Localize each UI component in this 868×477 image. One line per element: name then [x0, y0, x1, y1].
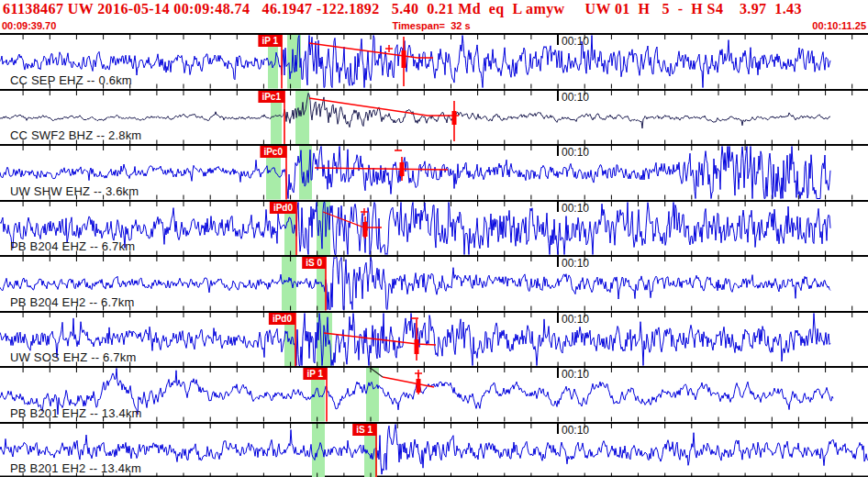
trace-panel-b201-6[interactable]: iP 1 00:10 PB B201 EHZ -- 13.4km — [0, 366, 868, 422]
window-end-time: 00:10:11.25 — [812, 20, 866, 31]
minute-tick-label: 00:10 — [562, 368, 589, 381]
window-start-time: 00:09:39.70 — [2, 20, 56, 31]
trace-panel-b201-7[interactable]: iS 1 00:10 PB B201 EH2 -- 13.4km — [0, 422, 868, 477]
phase-pick-flag[interactable]: iP 1 — [258, 35, 282, 47]
seismic-waveform-viewer: 61138467 UW 2016-05-14 00:09:48.74 46.19… — [0, 0, 868, 477]
trace-stack: iP 1 00:10 CC SEP EHZ -- 0.6km iPc1 00:1… — [0, 33, 868, 477]
minute-tick-label: 00:10 — [562, 202, 589, 215]
time-axis-header: 00:09:39.70 Timespan= 32 s 00:10:11.25 — [0, 20, 868, 33]
phase-pick-flag[interactable]: iPc1 — [258, 91, 284, 103]
phase-pick-flag[interactable]: iPc0 — [260, 146, 286, 158]
station-label: PB B201 EH2 -- 13.4km — [10, 461, 141, 475]
station-label: CC SWF2 BHZ -- 2.8km — [10, 128, 141, 142]
event-summary-line: 61138467 UW 2016-05-14 00:09:48.74 46.19… — [3, 1, 865, 17]
trace-panel-b204-3[interactable]: iPd0 00:10 PB B204 EHZ -- 6.7km — [0, 200, 868, 256]
phase-pick-flag[interactable]: iPd0 — [269, 313, 295, 325]
station-label: UW SHW EHZ -- 3.6km — [10, 184, 139, 198]
phase-pick-flag[interactable]: iPd0 — [270, 202, 296, 214]
station-label: UW SOS EHZ -- 6.7km — [10, 350, 136, 364]
minute-tick-label: 00:10 — [562, 35, 589, 48]
phase-pick-flag[interactable]: iS 1 — [352, 424, 376, 436]
station-label: PB B201 EHZ -- 13.4km — [10, 406, 142, 420]
station-label: PB B204 EH2 -- 6.7km — [10, 295, 135, 309]
phase-pick-flag[interactable]: iS 0 — [302, 257, 326, 269]
station-label: PB B204 EHZ -- 6.7km — [10, 239, 135, 253]
timespan-label: Timespan= 32 s — [392, 20, 470, 31]
minute-tick-label: 00:10 — [562, 313, 589, 326]
trace-panel-swf2-1[interactable]: iPc1 00:10 CC SWF2 BHZ -- 2.8km — [0, 89, 868, 145]
phase-pick-flag[interactable]: iP 1 — [303, 368, 327, 380]
minute-tick-label: 00:10 — [562, 91, 589, 104]
minute-tick-label: 00:10 — [562, 257, 589, 270]
trace-panel-sos-5[interactable]: iPd0 00:10 UW SOS EHZ -- 6.7km — [0, 311, 868, 367]
trace-panel-b204-4[interactable]: iS 0 00:10 PB B204 EH2 -- 6.7km — [0, 255, 868, 311]
trace-panel-sep-0[interactable]: iP 1 00:10 CC SEP EHZ -- 0.6km — [0, 33, 868, 89]
minute-tick-label: 00:10 — [562, 146, 589, 159]
minute-tick-label: 00:10 — [562, 424, 589, 437]
station-label: CC SEP EHZ -- 0.6km — [10, 73, 132, 87]
trace-panel-shw-2[interactable]: iPc0 00:10 UW SHW EHZ -- 3.6km — [0, 144, 868, 200]
